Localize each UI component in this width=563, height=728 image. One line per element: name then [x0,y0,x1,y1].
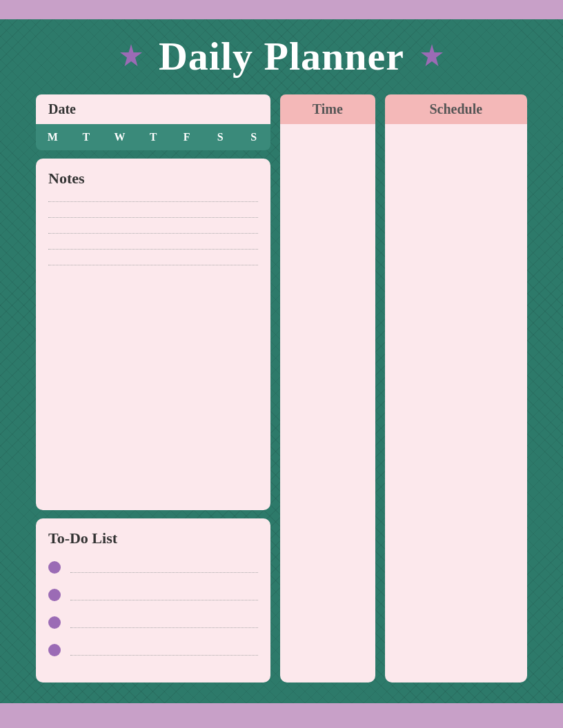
right-columns: Time Schedule [280,94,527,682]
todo-item-1 [48,561,258,574]
todo-line-3[interactable] [70,617,258,628]
left-column: Date M T W T F S S Notes [36,94,270,682]
bullet-dot-4 [48,644,61,656]
time-column: Time [280,94,375,682]
content-grid: Date M T W T F S S Notes [36,94,527,682]
main-area: Daily Planner Date M T W T [0,19,563,703]
right-star-icon [418,43,446,70]
notes-box: Notes [36,159,270,510]
day-M: M [42,131,63,143]
notes-line-5 [48,265,258,265]
svg-marker-0 [120,44,142,66]
schedule-body[interactable] [385,124,527,682]
day-S1: S [210,131,230,143]
todo-line-4[interactable] [70,645,258,656]
notes-title: Notes [48,170,258,188]
todo-item-4 [48,644,258,656]
bottom-bar [0,703,563,728]
svg-marker-1 [421,44,443,66]
todo-title: To-Do List [48,529,258,547]
todo-line-2[interactable] [70,589,258,600]
bullet-dot-2 [48,589,61,601]
top-bar [0,0,563,19]
left-star-icon [117,43,145,70]
notes-line-4 [48,249,258,250]
page: Daily Planner Date M T W T [0,0,563,728]
notes-line-2 [48,217,258,218]
days-row: M T W T F S S [36,124,270,150]
todo-box: To-Do List [36,518,270,682]
day-F: F [177,131,197,143]
day-S2: S [244,131,264,143]
time-body[interactable] [280,124,375,682]
time-header: Time [280,94,375,124]
day-T1: T [76,131,97,143]
bullet-dot-1 [48,561,61,574]
header: Daily Planner [36,33,527,79]
schedule-column: Schedule [385,94,527,682]
day-W: W [109,131,130,143]
page-title: Daily Planner [159,33,404,79]
todo-item-2 [48,589,258,601]
date-field[interactable]: Date [36,94,270,124]
day-T2: T [143,131,164,143]
notes-line-1 [48,201,258,202]
schedule-header: Schedule [385,94,527,124]
date-section: Date M T W T F S S [36,94,270,150]
notes-line-3 [48,233,258,234]
bullet-dot-3 [48,616,61,629]
todo-item-3 [48,616,258,629]
todo-line-1[interactable] [70,562,258,573]
